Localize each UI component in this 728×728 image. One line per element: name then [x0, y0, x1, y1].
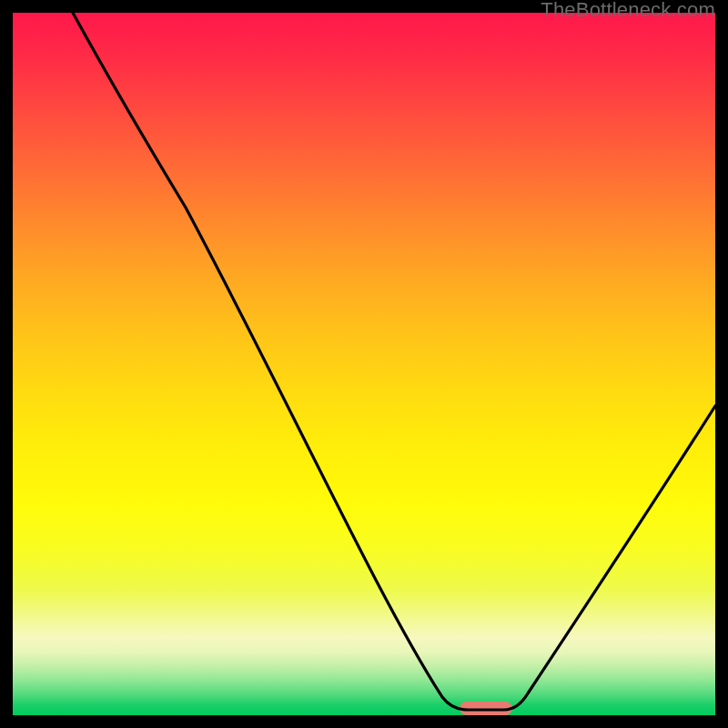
- chart-frame: TheBottleneck.com: [0, 0, 728, 728]
- watermark-text: TheBottleneck.com: [541, 0, 715, 22]
- plot-area: [13, 13, 715, 715]
- curve-path: [73, 13, 715, 710]
- bottleneck-curve: [13, 13, 715, 715]
